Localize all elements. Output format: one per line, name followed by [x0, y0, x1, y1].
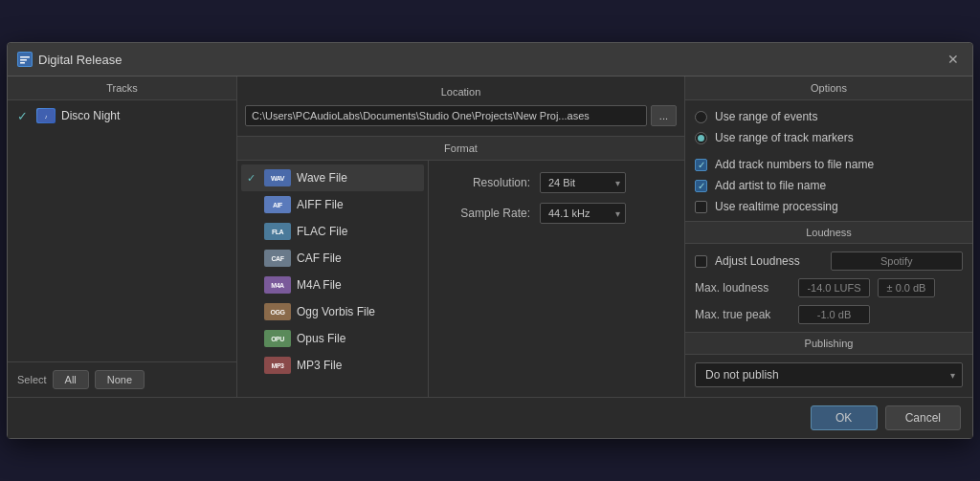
realtime-row: Use realtime processing — [695, 200, 963, 213]
format-name: AIFF File — [297, 198, 344, 211]
none-button[interactable]: None — [95, 370, 145, 389]
dialog-title: Digital Release — [38, 53, 122, 67]
middle-panel: Location ... Format ✓ WAV Wave File AIF … — [237, 77, 685, 397]
options-header: Options — [685, 77, 972, 100]
max-truepeak-row: Max. true peak -1.0 dB — [695, 305, 963, 324]
location-input[interactable] — [245, 105, 647, 126]
format-item-flacfile[interactable]: FLA FLAC File — [241, 218, 424, 245]
publish-select[interactable]: Do not publish SoundCloud Bandcamp — [695, 362, 963, 387]
digital-release-dialog: Digital Release ✕ Tracks ✓ ♪ Disco Night — [7, 42, 973, 439]
format-icon: FLA — [264, 223, 291, 240]
format-icon: MP3 — [264, 357, 291, 374]
tracks-footer: Select All None — [8, 361, 236, 397]
svg-rect-3 — [20, 62, 25, 64]
range-events-label: Use range of events — [715, 110, 817, 123]
resolution-select[interactable]: 16 Bit 24 Bit 32 Bit Float — [540, 172, 626, 193]
range-events-radio[interactable] — [695, 111, 707, 123]
range-markers-row: Use range of track markers — [695, 131, 963, 144]
realtime-checkbox[interactable] — [695, 201, 707, 213]
format-item-mp3file[interactable]: MP3 MP3 File — [241, 352, 424, 379]
format-name: Wave File — [297, 171, 347, 185]
artist-checkbox[interactable]: ✓ — [695, 180, 707, 192]
format-name: Opus File — [297, 332, 345, 345]
resolution-row: Resolution: 16 Bit 24 Bit 32 Bit Float — [444, 172, 669, 193]
format-name: CAF File — [297, 251, 342, 265]
svg-text:♪: ♪ — [45, 114, 48, 120]
artist-label: Add artist to file name — [715, 179, 826, 192]
format-checkmark: ✓ — [247, 172, 258, 185]
sample-rate-label: Sample Rate: — [444, 207, 530, 220]
artist-row: ✓ Add artist to file name — [695, 179, 963, 192]
max-loudness-row: Max. loudness -14.0 LUFS ± 0.0 dB — [695, 278, 963, 297]
dialog-body: Tracks ✓ ♪ Disco Night Select All None — [8, 77, 972, 397]
format-item-wavefile[interactable]: ✓ WAV Wave File — [241, 164, 424, 191]
close-button[interactable]: ✕ — [944, 50, 963, 69]
format-name: FLAC File — [297, 225, 347, 238]
format-name: Ogg Vorbis File — [297, 305, 375, 318]
adjust-loudness-label: Adjust Loudness — [715, 254, 823, 268]
format-icon: M4A — [264, 276, 291, 294]
dialog-footer: OK Cancel — [8, 397, 972, 438]
format-item-aifffile[interactable]: AIF AIFF File — [241, 191, 424, 218]
tracks-header: Tracks — [8, 77, 236, 100]
format-settings: Resolution: 16 Bit 24 Bit 32 Bit Float S… — [429, 161, 684, 397]
track-item[interactable]: ✓ ♪ Disco Night — [11, 104, 233, 127]
track-numbers-checkbox[interactable]: ✓ — [695, 159, 707, 171]
all-button[interactable]: All — [53, 370, 89, 389]
format-item-caffile[interactable]: CAF CAF File — [241, 245, 424, 272]
adjust-loudness-row: Adjust Loudness Spotify — [695, 251, 963, 271]
format-item-oggvorbisfile[interactable]: OGG Ogg Vorbis File — [241, 298, 424, 325]
max-truepeak-label: Max. true peak — [695, 308, 791, 321]
spotify-button[interactable]: Spotify — [831, 251, 964, 271]
tracks-list: ✓ ♪ Disco Night — [8, 100, 236, 361]
select-label: Select — [17, 374, 47, 385]
publish-select-wrapper: Do not publish SoundCloud Bandcamp — [695, 362, 963, 387]
max-loudness-value1: -14.0 LUFS — [798, 278, 870, 297]
publishing-section: Publishing Do not publish SoundCloud Ban… — [695, 332, 963, 387]
max-truepeak-value: -1.0 dB — [798, 305, 870, 324]
format-item-opusfile[interactable]: OPU Opus File — [241, 325, 424, 352]
format-icon: CAF — [264, 250, 291, 267]
location-section: Location ... — [237, 77, 684, 137]
format-name: M4A File — [297, 278, 342, 292]
title-bar: Digital Release ✕ — [8, 43, 972, 77]
format-item-m4afile[interactable]: M4A M4A File — [241, 272, 424, 298]
title-bar-left: Digital Release — [17, 52, 122, 67]
format-section: Format ✓ WAV Wave File AIF AIFF File FLA… — [237, 137, 684, 397]
sample-rate-select-wrapper: 44.1 kHz 48 kHz 88.2 kHz 96 kHz — [540, 203, 626, 224]
format-header: Format — [237, 137, 684, 161]
options-body: Use range of events Use range of track m… — [685, 100, 972, 397]
max-loudness-label: Max. loudness — [695, 281, 791, 295]
dialog-icon — [17, 52, 33, 67]
location-header: Location — [237, 82, 684, 101]
options-panel: Options Use range of events Use range of… — [685, 77, 972, 397]
ok-button[interactable]: OK — [811, 405, 878, 430]
cancel-button[interactable]: Cancel — [885, 405, 961, 430]
range-markers-radio[interactable] — [695, 132, 707, 144]
format-icon: OPU — [264, 330, 291, 347]
format-icon: AIF — [264, 196, 291, 213]
adjust-loudness-checkbox[interactable] — [695, 255, 707, 268]
resolution-label: Resolution: — [444, 176, 530, 189]
publishing-header: Publishing — [685, 332, 972, 355]
track-numbers-row: ✓ Add track numbers to file name — [695, 158, 963, 171]
format-name: MP3 File — [297, 359, 342, 372]
svg-rect-1 — [20, 56, 30, 58]
range-markers-label: Use range of track markers — [715, 131, 854, 144]
track-checkmark: ✓ — [17, 109, 31, 123]
format-icon: WAV — [264, 169, 291, 186]
track-numbers-label: Add track numbers to file name — [715, 158, 874, 171]
format-icon: OGG — [264, 303, 291, 320]
format-list: ✓ WAV Wave File AIF AIFF File FLA FLAC F… — [237, 161, 429, 397]
track-icon: ♪ — [36, 108, 56, 123]
loudness-header: Loudness — [685, 221, 972, 244]
svg-rect-2 — [20, 59, 27, 61]
tracks-panel: Tracks ✓ ♪ Disco Night Select All None — [8, 77, 237, 397]
location-row: ... — [237, 101, 684, 130]
max-loudness-value2: ± 0.0 dB — [878, 278, 935, 297]
range-events-row: Use range of events — [695, 110, 963, 123]
sample-rate-select[interactable]: 44.1 kHz 48 kHz 88.2 kHz 96 kHz — [540, 203, 626, 224]
resolution-select-wrapper: 16 Bit 24 Bit 32 Bit Float — [540, 172, 626, 193]
format-body: ✓ WAV Wave File AIF AIFF File FLA FLAC F… — [237, 161, 684, 397]
browse-button[interactable]: ... — [651, 105, 677, 126]
